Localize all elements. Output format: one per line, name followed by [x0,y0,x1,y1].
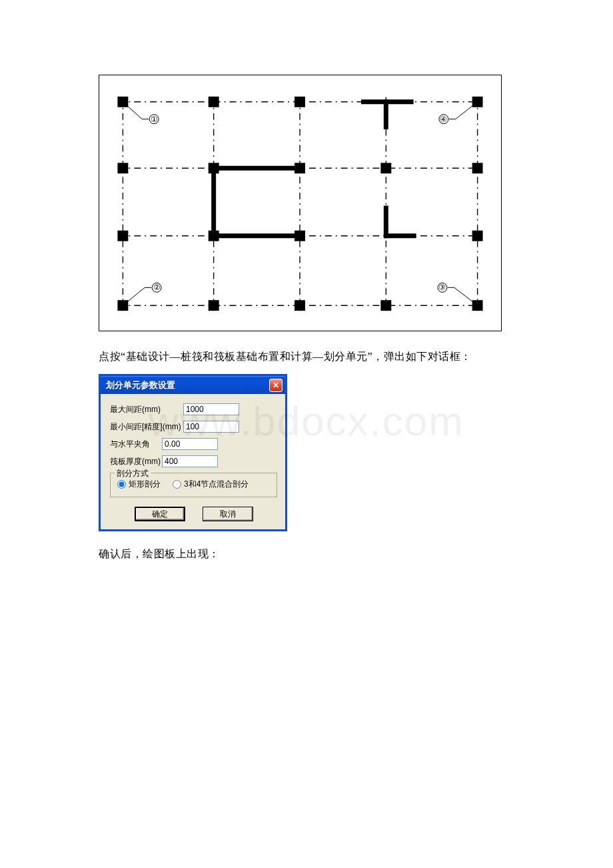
label-max-spacing: 最大间距(mm) [110,404,183,415]
radio-rectangular[interactable]: 矩形剖分 [117,479,161,490]
label-thickness: 筏板厚度(mm) [110,456,162,467]
svg-rect-13 [117,163,128,173]
svg-rect-16 [380,163,391,173]
dialog-title: 划分单元参数设置 [106,379,175,391]
svg-rect-10 [209,97,219,107]
svg-rect-23 [209,300,219,311]
svg-rect-11 [295,97,305,107]
diagram-label-3: ③ [438,283,446,292]
label-min-spacing: 最小间距[精度](mm) [110,421,183,433]
diagram-label-4: ④ [440,115,447,124]
svg-rect-24 [295,300,305,311]
input-thickness[interactable] [162,455,218,467]
label-angle: 与水平夹角 [110,439,162,450]
radio-rectangular-label: 矩形剖分 [129,479,161,490]
caption-2: 确认后，绘图板上出现： [99,543,514,565]
svg-rect-25 [380,300,391,311]
cancel-button[interactable]: 取消 [203,507,253,521]
svg-line-34 [123,102,142,119]
svg-rect-12 [472,97,483,107]
close-icon[interactable]: ✕ [269,379,283,392]
ok-button[interactable]: 确定 [135,507,185,521]
svg-line-38 [454,287,478,305]
input-max-spacing[interactable] [183,403,239,415]
svg-line-40 [456,102,478,119]
radio-mixed-label: 3和4节点混合剖分 [184,479,249,490]
document-page: ① ② ③ ④ 点按“基础设计—桩筏和筏板基础布置和计算—划分单元”，弹出如下对… [0,0,613,565]
svg-rect-18 [117,231,128,241]
dialog-titlebar[interactable]: 划分单元参数设置 ✕ [101,376,285,394]
svg-rect-21 [472,231,483,241]
radio-rectangular-input[interactable] [117,480,126,489]
radio-mixed[interactable]: 3和4节点混合剖分 [173,479,249,490]
dialog-body: 最大间距(mm) 最小间距[精度](mm) 与水平夹角 筏板厚度(mm) 剖分方… [101,394,285,529]
input-angle[interactable] [162,438,218,450]
groupbox-legend: 剖分方式 [115,468,151,479]
structural-diagram: ① ② ③ ④ [99,75,502,331]
radio-mixed-input[interactable] [173,480,181,489]
svg-line-36 [123,287,145,305]
caption-1: 点按“基础设计—桩筏和筏板基础布置和计算—划分单元”，弹出如下对话框： [99,346,514,367]
diagram-label-1: ① [151,115,158,124]
diagram-svg: ① ② ③ ④ [99,75,501,331]
input-min-spacing[interactable] [183,421,239,433]
groupbox-split-method: 剖分方式 矩形剖分 3和4节点混合剖分 [110,473,277,497]
dialog-divide-unit-params: 划分单元参数设置 ✕ 最大间距(mm) 最小间距[精度](mm) 与水平夹角 筏… [99,374,287,531]
diagram-label-2: ② [153,283,161,292]
svg-rect-17 [472,163,483,173]
